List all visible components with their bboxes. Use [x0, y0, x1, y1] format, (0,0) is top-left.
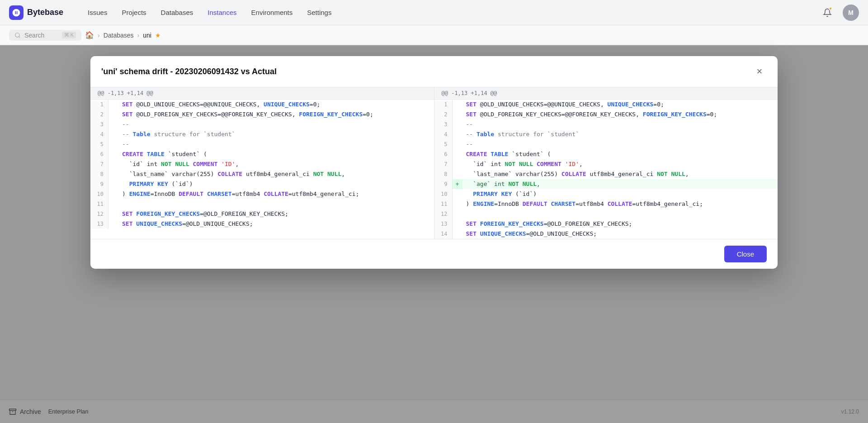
- notification-bell[interactable]: [819, 5, 835, 21]
- star-icon[interactable]: ★: [155, 32, 161, 39]
- diff-right-line-13: 13 SET FOREIGN_KEY_CHECKS=@OLD_FOREIGN_K…: [434, 219, 778, 229]
- nav-environments[interactable]: Environments: [245, 6, 299, 19]
- diff-left-line-5: 5 --: [90, 139, 434, 149]
- modal-title: 'uni' schema drift - 20230206091432 vs A…: [101, 67, 277, 76]
- diff-left-line-4: 4 -- Table structure for `student`: [90, 129, 434, 139]
- breadcrumb-databases[interactable]: Databases: [104, 32, 134, 39]
- top-nav: Bytebase Issues Projects Databases Insta…: [0, 0, 868, 25]
- nav-instances[interactable]: Instances: [201, 6, 243, 19]
- diff-right-line-7: 7 `id` int NOT NULL COMMENT 'ID',: [434, 159, 778, 169]
- search-box[interactable]: Search ⌘ K: [9, 30, 81, 41]
- logo-svg: [12, 8, 21, 17]
- breadcrumb-sep-2: ›: [137, 32, 140, 39]
- diff-left-line-12: 12 SET FOREIGN_KEY_CHECKS=@OLD_FOREIGN_K…: [90, 209, 434, 219]
- modal-header: 'uni' schema drift - 20230206091432 vs A…: [90, 56, 778, 87]
- modal-overlay: 'uni' schema drift - 20230206091432 vs A…: [0, 45, 868, 423]
- logo[interactable]: Bytebase: [9, 5, 63, 20]
- diff-left-pane[interactable]: @@ -1,13 +1,14 @@ 1 SET @OLD_UNIQUE_CHEC…: [90, 87, 434, 239]
- diff-right-pane[interactable]: @@ -1,13 +1,14 @@ 1 SET @OLD_UNIQUE_CHEC…: [434, 87, 778, 239]
- nav-links: Issues Projects Databases Instances Envi…: [81, 6, 338, 19]
- logo-icon: [9, 5, 24, 20]
- diff-left-header: @@ -1,13 +1,14 @@: [90, 87, 434, 100]
- nav-right: M: [819, 5, 859, 21]
- modal-footer: Close: [90, 239, 778, 269]
- diff-right-line-8: 8 `last_name` varchar(255) COLLATE utf8m…: [434, 169, 778, 179]
- nav-projects[interactable]: Projects: [115, 6, 152, 19]
- diff-right-line-4: 4 -- Table structure for `student`: [434, 129, 778, 139]
- diff-right-line-11: 11 ) ENGINE=InnoDB DEFAULT CHARSET=utf8m…: [434, 199, 778, 209]
- svg-point-0: [15, 33, 19, 37]
- diff-right-line-14: 14 SET UNIQUE_CHECKS=@OLD_UNIQUE_CHECKS;: [434, 229, 778, 239]
- nav-settings[interactable]: Settings: [301, 6, 338, 19]
- diff-right-lines: 1 SET @OLD_UNIQUE_CHECKS=@@UNIQUE_CHECKS…: [434, 100, 778, 239]
- breadcrumb-bar: Search ⌘ K 🏠 › Databases › uni ★: [0, 25, 868, 45]
- home-icon[interactable]: 🏠: [85, 31, 94, 39]
- logo-text: Bytebase: [27, 8, 63, 17]
- nav-issues[interactable]: Issues: [81, 6, 113, 19]
- diff-left-line-3: 3 --: [90, 119, 434, 129]
- notification-dot: [829, 7, 832, 10]
- modal-close-x-button[interactable]: ×: [752, 64, 767, 79]
- diff-left-line-10: 10 ) ENGINE=InnoDB DEFAULT CHARSET=utf8m…: [90, 189, 434, 199]
- main-content: Tables Name Engine Row count est. Data s…: [0, 45, 868, 423]
- diff-left-line-11: 11: [90, 199, 434, 209]
- diff-right-line-6: 6 CREATE TABLE `student` (: [434, 149, 778, 159]
- schema-drift-modal: 'uni' schema drift - 20230206091432 vs A…: [90, 56, 778, 269]
- diff-left-line-6: 6 CREATE TABLE `student` (: [90, 149, 434, 159]
- breadcrumb-current: uni: [143, 32, 151, 39]
- svg-line-1: [19, 36, 20, 38]
- avatar[interactable]: M: [843, 5, 859, 21]
- search-kbd: ⌘ K: [62, 32, 76, 38]
- diff-right-line-2: 2 SET @OLD_FOREIGN_KEY_CHECKS=@@FOREIGN_…: [434, 109, 778, 119]
- diff-left-line-13: 13 SET UNIQUE_CHECKS=@OLD_UNIQUE_CHECKS;: [90, 219, 434, 229]
- breadcrumb-sep-1: ›: [98, 32, 100, 39]
- nav-databases[interactable]: Databases: [155, 6, 200, 19]
- search-icon: [14, 32, 21, 38]
- diff-left-line-1: 1 SET @OLD_UNIQUE_CHECKS=@@UNIQUE_CHECKS…: [90, 100, 434, 109]
- diff-left-lines: 1 SET @OLD_UNIQUE_CHECKS=@@UNIQUE_CHECKS…: [90, 100, 434, 229]
- close-button[interactable]: Close: [724, 246, 767, 262]
- modal-body: @@ -1,13 +1,14 @@ 1 SET @OLD_UNIQUE_CHEC…: [90, 87, 778, 239]
- diff-left-line-9: 9 PRIMARY KEY (`id`): [90, 179, 434, 189]
- diff-right-line-3: 3 --: [434, 119, 778, 129]
- diff-right-line-10: 10 PRIMARY KEY (`id`): [434, 189, 778, 199]
- search-placeholder: Search: [24, 32, 44, 39]
- diff-right-line-1: 1 SET @OLD_UNIQUE_CHECKS=@@UNIQUE_CHECKS…: [434, 100, 778, 109]
- diff-right-header: @@ -1,13 +1,14 @@: [434, 87, 778, 100]
- diff-right-line-5: 5 --: [434, 139, 778, 149]
- breadcrumb: 🏠 › Databases › uni ★: [85, 31, 161, 39]
- diff-left-line-8: 8 `last_name` varchar(255) COLLATE utf8m…: [90, 169, 434, 179]
- diff-right-line-9-added: 9 + `age` int NOT NULL,: [434, 179, 778, 189]
- diff-left-line-2: 2 SET @OLD_FOREIGN_KEY_CHECKS=@@FOREIGN_…: [90, 109, 434, 119]
- diff-right-line-12: 12: [434, 209, 778, 219]
- diff-left-line-7: 7 `id` int NOT NULL COMMENT 'ID',: [90, 159, 434, 169]
